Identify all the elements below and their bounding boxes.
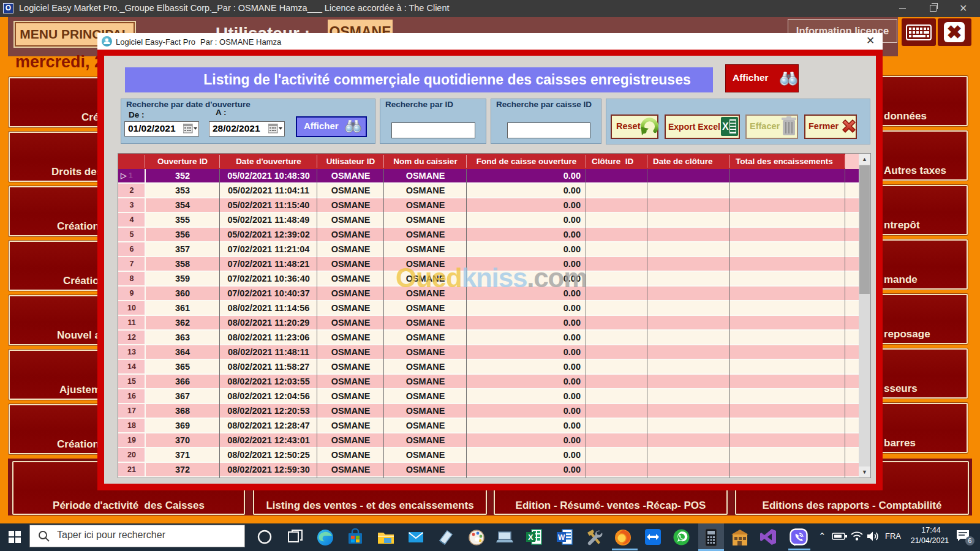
svg-text:W: W <box>558 533 565 542</box>
svg-text:X: X <box>722 121 729 132</box>
svg-text:X: X <box>528 533 533 542</box>
